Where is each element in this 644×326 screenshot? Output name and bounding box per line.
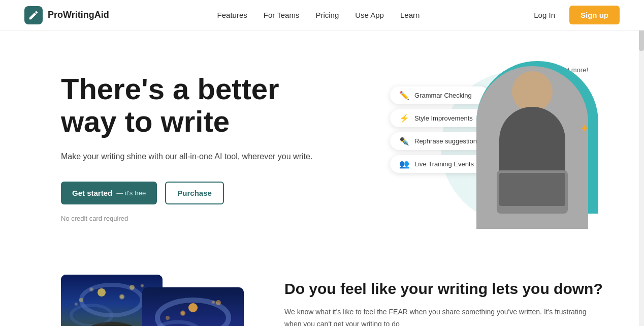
rephrase-icon: ✒️ (399, 136, 409, 146)
svg-point-3 (130, 285, 135, 290)
hero-section: There's a better way to write Make your … (0, 31, 644, 254)
nav-pricing[interactable]: Pricing (315, 11, 339, 19)
laptop-screen (499, 173, 565, 206)
brand-name: ProWritingAid (48, 10, 109, 20)
hero-left: There's a better way to write Make your … (61, 73, 312, 222)
svg-point-2 (98, 288, 106, 297)
feature-card-training: 👥 Live Training Events (390, 155, 489, 173)
logo-link[interactable]: ProWritingAid (24, 6, 109, 24)
svg-point-9 (216, 300, 221, 305)
grammar-icon: ✏️ (399, 91, 409, 100)
feature-card-rephrase: ✒️ Rephrase suggestions (390, 132, 489, 150)
nav-for-teams[interactable]: For Teams (264, 11, 300, 19)
nav-learn[interactable]: Learn (400, 11, 420, 19)
stars-overlay-image (142, 287, 244, 326)
svg-point-10 (166, 316, 170, 320)
training-icon: 👥 (399, 159, 409, 169)
feature-cards: ✏️ Grammar Checking ⚡ Style Improvements… (390, 86, 489, 173)
signup-button[interactable]: Sign up (569, 6, 620, 24)
logo-icon (24, 6, 43, 24)
nav-features[interactable]: Features (217, 11, 247, 19)
section2-desc: We know what it's like to feel the FEAR … (284, 306, 603, 326)
hero-subtitle: Make your writing shine with our all-in-… (61, 150, 312, 163)
feature-card-grammar: ✏️ Grammar Checking (390, 86, 489, 104)
login-button[interactable]: Log In (528, 7, 561, 23)
nav-links: Features For Teams Pricing Use App Learn (217, 11, 420, 20)
sparkle-icon: ✦ (580, 122, 589, 135)
nav-use-app[interactable]: Use App (355, 11, 384, 19)
nav-actions: Log In Sign up (528, 6, 620, 24)
hero-illustration: ✏️ Grammar Checking ⚡ Style Improvements… (390, 61, 603, 234)
person-silhouette (476, 66, 588, 229)
logo-svg (28, 10, 39, 21)
image-stack: My idea in my head (61, 275, 244, 326)
section2-title: Do you feel like your writing lets you d… (284, 280, 603, 298)
svg-point-4 (79, 298, 83, 302)
section2-images: My idea in my head (61, 275, 244, 326)
svg-point-7 (155, 322, 201, 326)
svg-point-8 (188, 303, 198, 312)
purchase-button[interactable]: Purchase (165, 182, 224, 204)
person-head (512, 71, 553, 112)
style-icon: ⚡ (399, 113, 409, 123)
get-started-button[interactable]: Get started — it's free (61, 182, 157, 204)
hero-title: There's a better way to write (61, 73, 312, 138)
no-cc-text: No credit card required (61, 215, 312, 222)
hero-buttons: Get started — it's free Purchase (61, 182, 312, 204)
navbar: ProWritingAid Features For Teams Pricing… (0, 0, 644, 31)
section2-content: Do you feel like your writing lets you d… (284, 275, 603, 326)
stars-svg (142, 287, 244, 326)
laptop (497, 170, 568, 214)
section2: My idea in my head Do you feel like your… (0, 254, 644, 326)
scrollbar[interactable] (639, 0, 644, 326)
feature-card-style: ⚡ Style Improvements (390, 109, 489, 127)
